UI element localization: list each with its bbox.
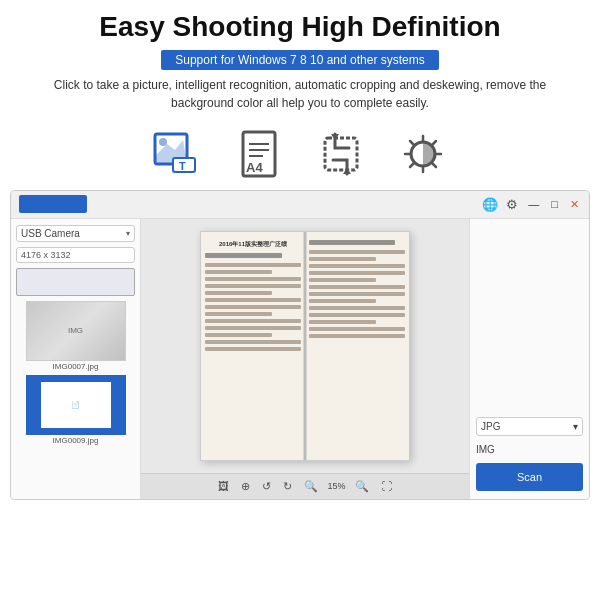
- text-line: [309, 271, 405, 275]
- image-text-feature: T: [151, 128, 203, 180]
- text-line: [205, 298, 301, 302]
- thumbnail-inner-2: 📄: [41, 382, 111, 428]
- center-panel: 2016年11版实整理广泛绩: [141, 219, 469, 499]
- scan-button[interactable]: Scan: [476, 463, 583, 491]
- text-line: [309, 257, 376, 261]
- book-spine: [304, 232, 307, 460]
- features-row: T A4: [0, 118, 600, 190]
- maximize-button[interactable]: □: [549, 198, 560, 210]
- title-bar: 🌐 ⚙ — □ ✕: [11, 191, 589, 219]
- right-panel: JPG ▾ IMG Scan: [469, 219, 589, 499]
- text-line: [205, 263, 301, 267]
- text-line: [205, 333, 272, 337]
- text-line: [309, 292, 405, 296]
- right-spacer: [476, 227, 583, 409]
- format-dropdown-arrow: ▾: [573, 421, 578, 432]
- text-line: [309, 240, 395, 245]
- camera-dropdown-arrow: ▾: [126, 229, 130, 238]
- text-line: [205, 340, 301, 344]
- book-preview: 2016年11版实整理广泛绩: [200, 231, 410, 461]
- text-line: [309, 264, 405, 268]
- globe-icon[interactable]: 🌐: [482, 197, 498, 212]
- zoom-level: 15%: [327, 481, 345, 491]
- book-left-header: 2016年11版实整理广泛绩: [205, 240, 301, 249]
- text-line: [309, 299, 376, 303]
- svg-text:T: T: [179, 160, 186, 172]
- app-window: 🌐 ⚙ — □ ✕ USB Camera ▾ 4176 x 3132: [10, 190, 590, 500]
- title-tab[interactable]: [19, 195, 87, 213]
- rotate-right-btn[interactable]: ↻: [280, 479, 295, 494]
- zoom-out-btn[interactable]: 🔍: [301, 479, 321, 494]
- minimize-button[interactable]: —: [526, 198, 541, 210]
- text-line: [205, 291, 272, 295]
- text-line: [309, 327, 405, 331]
- title-bar-icons: 🌐 ⚙ — □ ✕: [482, 197, 581, 212]
- text-line: [309, 285, 405, 289]
- text-line: [205, 277, 301, 281]
- svg-point-2: [159, 138, 167, 146]
- svg-marker-12: [343, 168, 351, 174]
- thumbnail-label-1: IMG0007.jpg: [53, 362, 99, 371]
- format-select[interactable]: JPG ▾: [476, 417, 583, 436]
- title-bar-left: [19, 195, 87, 213]
- scan-icon-btn[interactable]: 🖼: [215, 479, 232, 493]
- camera-label: USB Camera: [21, 228, 80, 239]
- book-right-page: [305, 232, 409, 460]
- brightness-feature: [397, 128, 449, 180]
- main-title: Easy Shooting High Definition: [15, 10, 585, 44]
- crop-feature: [315, 128, 367, 180]
- fullscreen-btn[interactable]: ⛶: [378, 479, 395, 493]
- crop-icon: [315, 128, 367, 180]
- text-line: [309, 334, 405, 338]
- rotate-left-btn[interactable]: ↺: [259, 479, 274, 494]
- output-label: IMG: [476, 444, 583, 455]
- text-line: [205, 326, 301, 330]
- document-view: 2016年11版实整理广泛绩: [141, 219, 469, 473]
- app-content: USB Camera ▾ 4176 x 3132 IMG IMG0007.jpg: [11, 219, 589, 499]
- text-line: [309, 306, 405, 310]
- text-line: [205, 253, 282, 258]
- left-panel: USB Camera ▾ 4176 x 3132 IMG IMG0007.jpg: [11, 219, 141, 499]
- svg-rect-10: [325, 138, 357, 170]
- header-section: Easy Shooting High Definition Support fo…: [0, 0, 600, 118]
- description: Click to take a picture, intelligent rec…: [25, 76, 575, 112]
- text-line: [205, 319, 301, 323]
- book-left-page: 2016年11版实整理广泛绩: [201, 232, 305, 460]
- format-value: JPG: [481, 421, 500, 432]
- thumbnail-container: IMG IMG0007.jpg 📄 IMG0009.jpg: [16, 301, 135, 493]
- close-button[interactable]: ✕: [568, 198, 581, 211]
- a4-icon: A4: [233, 128, 285, 180]
- settings-icon[interactable]: ⚙: [506, 197, 518, 212]
- thumbnail-label-2: IMG0009.jpg: [53, 436, 99, 445]
- text-line: [205, 347, 301, 351]
- thumbnail-image-2: 📄: [26, 375, 126, 435]
- zoom-in-btn[interactable]: 🔍: [352, 479, 372, 494]
- subtitle-badge: Support for Windows 7 8 10 and other sys…: [161, 50, 438, 70]
- a4-feature: A4: [233, 128, 285, 180]
- brightness-icon: [397, 128, 449, 180]
- text-line: [309, 250, 405, 254]
- thumbnail-image-1: IMG: [26, 301, 126, 361]
- resolution-display: 4176 x 3132: [16, 247, 135, 263]
- center-toolbar: 🖼 ⊕ ↺ ↻ 🔍 15% 🔍 ⛶: [141, 473, 469, 499]
- scan-area: [16, 268, 135, 296]
- text-line: [309, 313, 405, 317]
- svg-text:A4: A4: [246, 160, 263, 175]
- text-line: [309, 278, 376, 282]
- text-line: [205, 312, 272, 316]
- text-line: [205, 270, 272, 274]
- thumbnail-item-1[interactable]: IMG IMG0007.jpg: [16, 301, 135, 371]
- text-line: [205, 305, 301, 309]
- text-line: [205, 284, 301, 288]
- text-line: [309, 320, 376, 324]
- add-icon-btn[interactable]: ⊕: [238, 479, 253, 494]
- image-text-icon: T: [151, 128, 203, 180]
- thumbnail-item-2[interactable]: 📄 IMG0009.jpg: [16, 375, 135, 445]
- camera-select[interactable]: USB Camera ▾: [16, 225, 135, 242]
